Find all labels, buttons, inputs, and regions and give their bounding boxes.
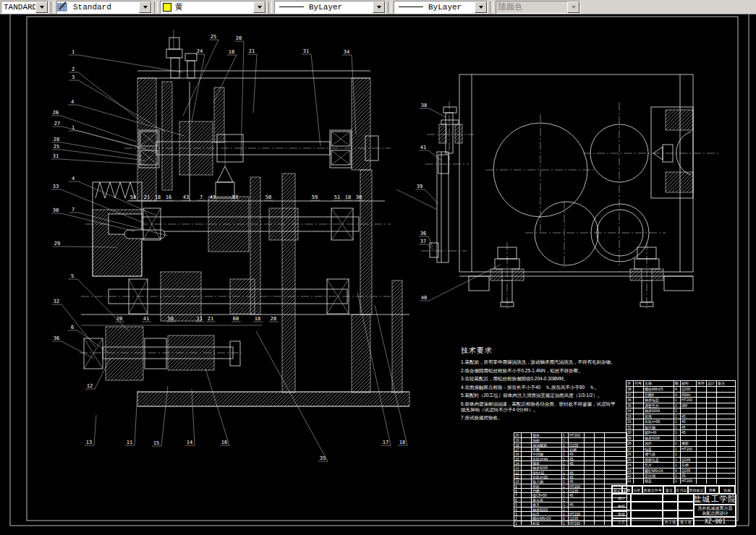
tech-req-item: 4.齿面接触斑点检验：按齿长不小于40 ％,按齿高不小于60 ％。	[461, 385, 616, 390]
dimstyle-value: TANDARD	[1, 3, 35, 12]
leader-line	[77, 330, 109, 353]
bom-row: 8挡圈1Q235	[514, 488, 627, 492]
title-block-header-cell: 更改文件号	[642, 486, 664, 494]
title-block-header-cell: 质量	[705, 486, 720, 494]
dimstyle-combo[interactable]: TANDARD	[1, 1, 48, 14]
leader-line	[61, 304, 95, 347]
balloon-label: 7	[72, 207, 75, 213]
bom-row: 3端盖1HT200	[514, 511, 627, 515]
cad-viewport[interactable]: 1234262712825314337302953263612252024182…	[0, 14, 756, 534]
toolbar-separator	[154, 1, 158, 13]
textstyle-combo[interactable]: Standard	[56, 1, 152, 14]
bom-row: 20箱体1HT200	[514, 433, 627, 437]
lineweight-dropdown-button[interactable]	[475, 1, 487, 13]
color-dropdown-button[interactable]	[253, 1, 266, 13]
balloon-label: 13	[86, 440, 92, 445]
bom-row: 17垫圈1石棉	[514, 447, 627, 451]
balloon-label: 43	[183, 194, 189, 200]
balloon-label: 3	[72, 74, 75, 80]
balloon-label: 35	[320, 455, 326, 461]
leader-line	[428, 236, 433, 247]
bom-row: 序代号名称数材料单件总计备注	[627, 381, 735, 386]
linetype-dropdown-button[interactable]	[373, 1, 385, 13]
title-block-cell	[631, 494, 663, 502]
title-block-header-cell: 签名	[663, 486, 675, 494]
project-title: 洗衣机减速离合器 装配总图设计	[694, 505, 736, 517]
chevron-down-icon	[572, 6, 576, 9]
title-block-cell	[678, 494, 694, 502]
text-style-icon	[59, 2, 69, 12]
color-combo[interactable]: 黄	[160, 1, 266, 14]
bom-row: 15齿轮z=44145	[514, 456, 627, 461]
foundation-bolt	[630, 242, 663, 311]
linetype-combo[interactable]: ByLayer	[274, 1, 386, 14]
bom-row: 16中间轴145	[514, 451, 627, 455]
balloon-label: 51	[334, 194, 340, 200]
toolbar-separator	[268, 1, 272, 13]
balloon-label: 58	[130, 194, 136, 200]
textstyle-dropdown-button[interactable]	[139, 1, 151, 13]
title-block-cell	[678, 502, 694, 510]
balloon-label: 21	[144, 194, 150, 200]
balloon-label: 53	[232, 194, 238, 200]
balloon-label: 16	[221, 440, 227, 445]
title-block-cell	[631, 510, 663, 518]
balloon-label: 12	[87, 383, 93, 389]
dimstyle-dropdown-button[interactable]	[35, 1, 48, 13]
balloon-label: 11	[127, 440, 132, 445]
balloon-label: 40	[421, 295, 427, 301]
balloon-label: 18	[399, 440, 405, 445]
balloon-label: 25	[54, 144, 59, 150]
bom-row: 23螺钉M6×164Q235	[627, 468, 735, 473]
balloon-label: 14	[187, 440, 192, 445]
bom-row: 37垫圈8465Mn	[627, 392, 735, 397]
color-value: 黄	[173, 1, 253, 12]
bom-row: 34轴承62042	[627, 408, 735, 413]
color-swatch-yellow	[163, 3, 171, 12]
toolbar-separator	[51, 1, 54, 13]
balloon-label: 56	[168, 316, 174, 322]
balloon-label: 37	[420, 239, 426, 244]
leader-line	[253, 54, 257, 113]
title-block-cell: 审核	[612, 510, 631, 518]
drawing-number: XZ-001	[694, 517, 736, 526]
tech-req-item: 7.按试验规程验收。	[461, 415, 616, 421]
balloon-label: 6	[71, 325, 74, 330]
leader-line	[428, 244, 434, 251]
balloon-label: 59	[312, 194, 318, 200]
title-block-cell: 工艺	[612, 518, 631, 526]
chevron-down-icon	[377, 6, 381, 9]
balloon-label: 28	[271, 316, 276, 322]
balloon-label: 18	[155, 194, 161, 200]
balloon-label: 2	[72, 67, 75, 72]
title-block-header-cell: 阶段标记	[688, 486, 705, 494]
main-section-view	[80, 30, 409, 406]
leader-line	[135, 390, 137, 445]
balloon-label: 36	[420, 231, 426, 236]
balloon-label: 18	[255, 316, 260, 322]
lineweight-combo[interactable]: ByLayer	[394, 1, 488, 14]
bom-row: 13轴承62052	[514, 465, 627, 469]
toolbar-separator	[388, 1, 391, 13]
tech-req-item: 6.箱体内壁涂耐油油漆，装配后检验各结合面、密封处不得渗漏，试运转平稳无异响（试…	[461, 401, 616, 413]
bom-row: 12键6×32145	[514, 470, 627, 474]
toolbar-separator	[490, 1, 493, 13]
plotstyle-dropdown-button	[567, 1, 579, 13]
title-block-cell	[678, 510, 694, 518]
balloon-label: 39	[417, 184, 422, 189]
balloon-label: 38	[421, 103, 427, 108]
leader-line	[311, 54, 320, 146]
bom-row: 1机架1HT200	[514, 521, 627, 525]
lineweight-value: ByLayer	[426, 3, 475, 12]
title-block-cell	[663, 502, 678, 510]
bom-row: 9带轮1HT200	[514, 484, 627, 488]
leader-line	[77, 279, 129, 331]
bom-row: 32齿轮z=58145	[627, 419, 735, 424]
bom-row: 30键8×40145	[627, 429, 735, 435]
chevron-down-icon	[143, 6, 148, 9]
balloon-label: 60	[233, 316, 239, 322]
bom-row: 2螺栓M6×206Q235	[514, 515, 627, 520]
chevron-down-icon	[258, 6, 262, 9]
bom-row: 29轴承62062	[627, 435, 735, 440]
balloon-label: 20	[116, 316, 122, 322]
